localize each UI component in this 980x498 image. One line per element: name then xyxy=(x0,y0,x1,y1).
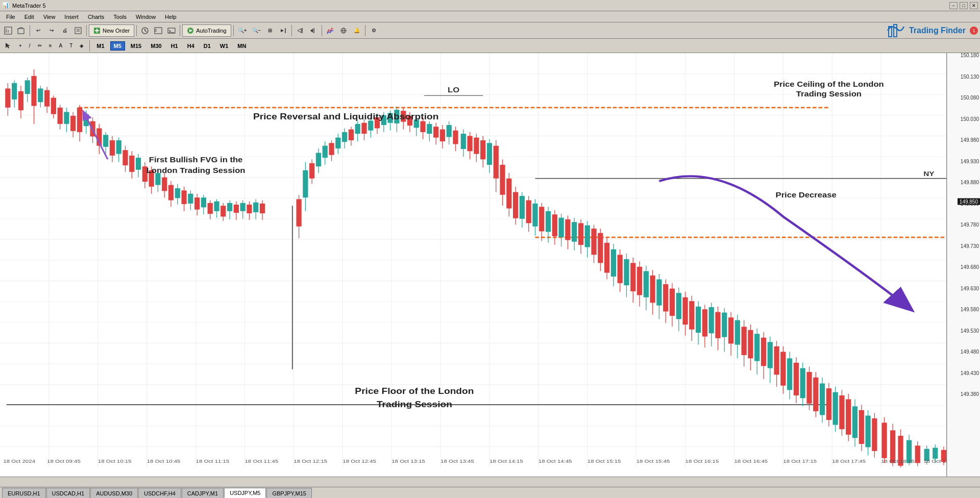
menu-help[interactable]: Help xyxy=(161,13,181,21)
svg-rect-173 xyxy=(361,123,366,134)
chart-shift-button[interactable] xyxy=(294,24,306,37)
crosshair-tool[interactable]: + xyxy=(16,42,24,49)
svg-rect-213 xyxy=(494,146,499,179)
close-button[interactable]: ✕ xyxy=(970,2,978,9)
svg-rect-265 xyxy=(663,284,668,311)
svg-text:18 Oct 17:45: 18 Oct 17:45 xyxy=(832,458,866,464)
chart-area[interactable]: ▼ USDJPY,M5 149.838 149.856 149.817 149.… xyxy=(0,53,947,477)
label-tool[interactable]: A xyxy=(56,42,65,49)
svg-rect-237 xyxy=(572,222,577,241)
new-chart-button[interactable] xyxy=(2,24,14,37)
svg-rect-319 xyxy=(839,395,844,429)
price-label-15018: 150.180 xyxy=(961,53,979,58)
undo-button[interactable]: ↩ xyxy=(32,24,44,37)
settings-button[interactable]: ⚙ xyxy=(368,24,380,37)
menu-view[interactable]: View xyxy=(39,13,60,21)
minimize-button[interactable]: − xyxy=(949,2,958,9)
titlebar-left: 📊 MetaTrader 5 xyxy=(2,2,46,9)
app-icon: 📊 xyxy=(2,2,9,9)
svg-rect-74 xyxy=(12,83,17,99)
svg-rect-150 xyxy=(260,204,265,213)
svg-rect-209 xyxy=(480,140,485,159)
svg-rect-287 xyxy=(735,320,740,345)
line-tool[interactable]: / xyxy=(27,42,33,49)
menu-edit[interactable]: Edit xyxy=(20,13,38,21)
svg-rect-171 xyxy=(355,124,360,134)
price-label-14993: 149.930 xyxy=(961,158,979,164)
svg-text:18 Oct 17:15: 18 Oct 17:15 xyxy=(783,458,817,464)
period-mn[interactable]: MN xyxy=(234,41,250,51)
print-button[interactable]: 🖨 xyxy=(59,24,71,37)
autotrading-button[interactable]: AutoTrading xyxy=(182,24,231,37)
chart-row: ▼ USDJPY,M5 149.838 149.856 149.817 149.… xyxy=(0,53,980,477)
objects-button[interactable] xyxy=(337,24,350,37)
market-watch-button[interactable] xyxy=(139,24,151,37)
period-m30[interactable]: M30 xyxy=(147,41,165,51)
svg-text:18 Oct 2024: 18 Oct 2024 xyxy=(3,458,35,464)
text-tool[interactable]: ≡ xyxy=(46,42,55,49)
logo-area: Trading Finder 1 xyxy=(887,21,978,40)
period-w1[interactable]: W1 xyxy=(216,41,232,51)
svg-rect-136 xyxy=(214,202,219,211)
tab-cadjpy-m1[interactable]: CADJPY,M1 xyxy=(182,488,224,498)
menu-tools[interactable]: Tools xyxy=(109,13,131,21)
scroll-right-button[interactable] xyxy=(277,24,289,37)
price-label-14978: 149.780 xyxy=(961,222,979,228)
svg-rect-132 xyxy=(201,197,206,207)
menu-charts[interactable]: Charts xyxy=(84,13,108,21)
price-label-14988: 149.880 xyxy=(961,180,979,185)
zoom-in-button[interactable]: 🔍+ xyxy=(236,24,249,37)
svg-rect-311 xyxy=(813,378,818,411)
fvg-text-line1: First Bullish FVG in the xyxy=(149,156,243,163)
terminal-button[interactable] xyxy=(165,24,178,37)
price-label-14963: 149.630 xyxy=(961,285,979,291)
shape-tool[interactable]: ◈ xyxy=(77,42,86,49)
toolbar-separator-5 xyxy=(233,25,234,36)
maximize-button[interactable]: □ xyxy=(960,2,968,9)
menu-insert[interactable]: Insert xyxy=(60,13,83,21)
svg-rect-281 xyxy=(715,312,720,338)
alerts-button[interactable]: 🔔 xyxy=(351,24,363,37)
trading-finder-logo-icon xyxy=(887,21,905,40)
menu-window[interactable]: Window xyxy=(132,13,160,21)
menu-file[interactable]: File xyxy=(2,13,19,21)
properties-button[interactable] xyxy=(72,24,84,37)
open-button[interactable] xyxy=(15,24,28,37)
menubar: File Edit View Insert Charts Tools Windo… xyxy=(0,11,980,22)
indicators-button[interactable] xyxy=(324,24,336,37)
fit-button[interactable]: ⊞ xyxy=(264,24,276,37)
svg-rect-159 xyxy=(316,153,321,167)
price-label-14968: 149.680 xyxy=(961,264,979,270)
new-order-button[interactable]: New Order xyxy=(89,24,134,37)
price-label-14943: 149.430 xyxy=(961,370,979,376)
period-h1[interactable]: H1 xyxy=(167,41,182,51)
autotrading-label: AutoTrading xyxy=(196,28,227,34)
arrow-tool[interactable]: T xyxy=(67,42,75,49)
period-h4[interactable]: H4 xyxy=(184,41,198,51)
svg-rect-267 xyxy=(670,289,675,316)
period-m15[interactable]: M15 xyxy=(127,41,145,51)
tab-gbpjpy-m15[interactable]: GBPJPY,M15 xyxy=(266,488,311,498)
pencil-tool[interactable]: ✏ xyxy=(35,42,44,49)
svg-rect-217 xyxy=(506,179,511,209)
period-m1[interactable]: M1 xyxy=(93,41,108,51)
toolbar-separator-3 xyxy=(136,25,137,36)
tab-usdcad-h1[interactable]: USDCAD,H1 xyxy=(46,488,90,498)
tab-eurusd-h1[interactable]: EURUSD,H1 xyxy=(2,488,46,498)
tab-usdchf-h4[interactable]: USDCHF,H4 xyxy=(138,488,181,498)
navigator-button[interactable] xyxy=(152,24,164,37)
svg-text:18 Oct 09:45: 18 Oct 09:45 xyxy=(47,458,81,464)
tab-audusd-m30[interactable]: AUDUSD,M30 xyxy=(90,488,138,498)
cursor-tool[interactable] xyxy=(2,41,14,51)
redo-button[interactable]: ↪ xyxy=(45,24,58,37)
autoscroll-button[interactable] xyxy=(307,24,320,37)
svg-rect-313 xyxy=(820,383,825,415)
svg-rect-329 xyxy=(872,418,877,451)
toolbar-separator-4 xyxy=(180,25,180,36)
svg-rect-108 xyxy=(122,150,128,165)
tab-usdjpy-m5[interactable]: USDJPY,M5 xyxy=(224,488,266,498)
toolbar-separator-7 xyxy=(322,25,322,36)
period-m5[interactable]: M5 xyxy=(110,41,125,51)
zoom-out-button[interactable]: 🔍− xyxy=(250,24,263,37)
period-d1[interactable]: D1 xyxy=(200,41,214,51)
